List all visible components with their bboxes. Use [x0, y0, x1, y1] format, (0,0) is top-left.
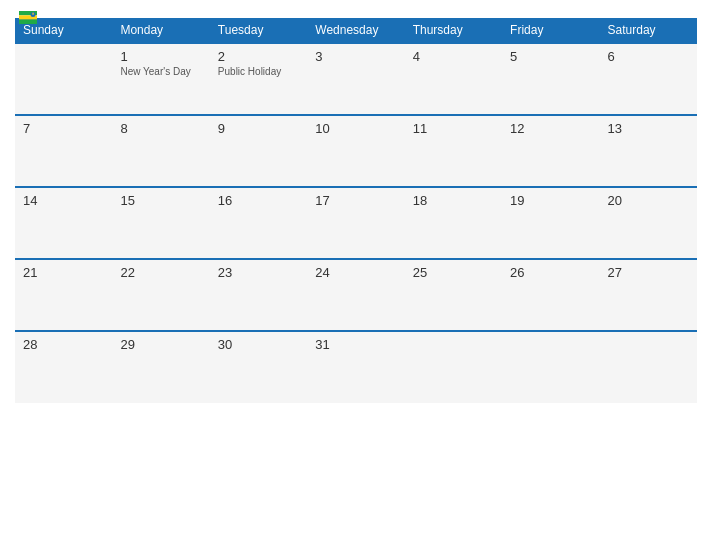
weekday-header-saturday: Saturday — [600, 18, 697, 43]
calendar-cell: 28 — [15, 331, 112, 403]
day-number: 3 — [315, 49, 396, 64]
calendar-cell: 12 — [502, 115, 599, 187]
weekday-header-row: SundayMondayTuesdayWednesdayThursdayFrid… — [15, 18, 697, 43]
svg-rect-2 — [19, 20, 37, 24]
day-number: 21 — [23, 265, 104, 280]
week-row-5: 28293031 — [15, 331, 697, 403]
calendar-cell: 30 — [210, 331, 307, 403]
day-number: 27 — [608, 265, 689, 280]
calendar-cell: 8 — [112, 115, 209, 187]
calendar-cell: 7 — [15, 115, 112, 187]
holiday-label: Public Holiday — [218, 66, 299, 77]
calendar-cell — [15, 43, 112, 115]
calendar-cell: 20 — [600, 187, 697, 259]
day-number: 4 — [413, 49, 494, 64]
calendar-cell: 1New Year's Day — [112, 43, 209, 115]
calendar-cell: 23 — [210, 259, 307, 331]
calendar-cell: 10 — [307, 115, 404, 187]
calendar-cell: 3 — [307, 43, 404, 115]
calendar-grid: SundayMondayTuesdayWednesdayThursdayFrid… — [15, 18, 697, 403]
calendar-cell: 16 — [210, 187, 307, 259]
day-number: 5 — [510, 49, 591, 64]
day-number: 31 — [315, 337, 396, 352]
day-number: 10 — [315, 121, 396, 136]
calendar-cell — [600, 331, 697, 403]
calendar-cell: 27 — [600, 259, 697, 331]
day-number: 8 — [120, 121, 201, 136]
calendar-cell: 19 — [502, 187, 599, 259]
calendar-cell: 18 — [405, 187, 502, 259]
calendar-cell: 11 — [405, 115, 502, 187]
day-number: 20 — [608, 193, 689, 208]
calendar-cell: 9 — [210, 115, 307, 187]
day-number: 7 — [23, 121, 104, 136]
calendar-cell: 14 — [15, 187, 112, 259]
day-number: 19 — [510, 193, 591, 208]
week-row-1: 1New Year's Day2Public Holiday3456 — [15, 43, 697, 115]
calendar-cell: 21 — [15, 259, 112, 331]
weekday-header-monday: Monday — [112, 18, 209, 43]
calendar-cell: 13 — [600, 115, 697, 187]
day-number: 26 — [510, 265, 591, 280]
calendar-cell: 26 — [502, 259, 599, 331]
calendar-cell: 22 — [112, 259, 209, 331]
day-number: 25 — [413, 265, 494, 280]
day-number: 30 — [218, 337, 299, 352]
day-number: 23 — [218, 265, 299, 280]
calendar-cell: 4 — [405, 43, 502, 115]
weekday-header-friday: Friday — [502, 18, 599, 43]
weekday-header-tuesday: Tuesday — [210, 18, 307, 43]
weekday-header-wednesday: Wednesday — [307, 18, 404, 43]
calendar-cell: 24 — [307, 259, 404, 331]
calendar-cell: 5 — [502, 43, 599, 115]
day-number: 2 — [218, 49, 299, 64]
day-number: 29 — [120, 337, 201, 352]
calendar-cell: 15 — [112, 187, 209, 259]
calendar-cell — [502, 331, 599, 403]
weekday-header-thursday: Thursday — [405, 18, 502, 43]
calendar-cell: 25 — [405, 259, 502, 331]
calendar-cell: 17 — [307, 187, 404, 259]
day-number: 12 — [510, 121, 591, 136]
day-number: 6 — [608, 49, 689, 64]
calendar-container: SundayMondayTuesdayWednesdayThursdayFrid… — [0, 0, 712, 550]
day-number: 13 — [608, 121, 689, 136]
day-number: 14 — [23, 193, 104, 208]
day-number: 22 — [120, 265, 201, 280]
day-number: 28 — [23, 337, 104, 352]
week-row-3: 14151617181920 — [15, 187, 697, 259]
day-number: 1 — [120, 49, 201, 64]
holiday-label: New Year's Day — [120, 66, 201, 77]
day-number: 17 — [315, 193, 396, 208]
day-number: 18 — [413, 193, 494, 208]
day-number: 9 — [218, 121, 299, 136]
calendar-cell: 29 — [112, 331, 209, 403]
calendar-cell: 2Public Holiday — [210, 43, 307, 115]
calendar-cell: 6 — [600, 43, 697, 115]
logo-flag-icon — [19, 11, 37, 24]
calendar-cell — [405, 331, 502, 403]
day-number: 11 — [413, 121, 494, 136]
day-number: 16 — [218, 193, 299, 208]
day-number: 24 — [315, 265, 396, 280]
day-number: 15 — [120, 193, 201, 208]
week-row-2: 78910111213 — [15, 115, 697, 187]
calendar-cell: 31 — [307, 331, 404, 403]
logo — [15, 10, 37, 24]
week-row-4: 21222324252627 — [15, 259, 697, 331]
